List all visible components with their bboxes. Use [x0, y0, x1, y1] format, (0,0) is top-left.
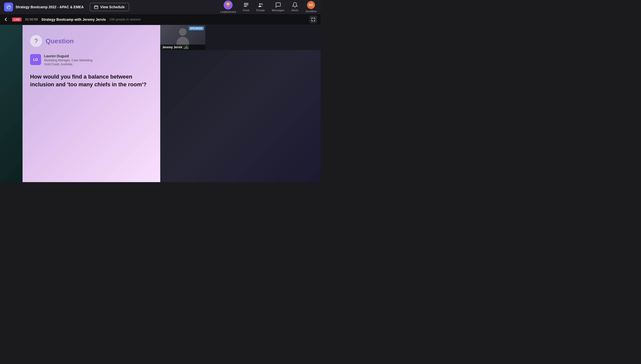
nav-item-alerts[interactable]: Alerts	[291, 2, 298, 12]
leaderboard-icon: 🏆	[224, 1, 233, 10]
asker-name: Lauren Duguid	[44, 54, 92, 58]
nav-item-people[interactable]: People	[256, 2, 265, 12]
back-button[interactable]	[4, 17, 9, 22]
question-text: How would you find a balance between inc…	[30, 73, 153, 89]
speaker-video: SPEAKER Jeremy Jervis	[160, 25, 205, 50]
top-nav: Strategy Bootcamp 2022 - APAC & EMEA Vie…	[0, 0, 320, 14]
slide-area: ? Question LD Lauren Duguid Marketing Ma…	[23, 25, 160, 182]
asker-info: Lauren Duguid Marketing Manager, Cake Ma…	[44, 54, 92, 66]
view-schedule-button[interactable]: View Schedule	[90, 3, 129, 11]
right-dark-area	[160, 50, 320, 182]
nav-item-messages[interactable]: Messages	[272, 2, 284, 12]
messages-label: Messages	[272, 9, 284, 12]
app-logo	[4, 3, 13, 12]
alerts-icon	[292, 2, 298, 8]
question-icon: ?	[30, 35, 42, 47]
left-background	[0, 25, 23, 182]
asker-role: Marketing Manager, Cake Marketing	[44, 59, 92, 62]
svg-point-8	[259, 3, 261, 5]
speaker-badge: SPEAKER	[189, 27, 204, 30]
nav-item-feed[interactable]: Feed	[243, 2, 249, 12]
people-icon	[258, 2, 264, 8]
messages-icon	[275, 2, 281, 8]
main-area: ? Question LD Lauren Duguid Marketing Ma…	[0, 25, 320, 182]
feed-icon	[243, 2, 249, 8]
people-label: People	[256, 9, 265, 12]
expand-button[interactable]	[309, 16, 317, 23]
feed-label: Feed	[243, 9, 249, 12]
asker-row: LD Lauren Duguid Marketing Manager, Cake…	[30, 54, 153, 66]
svg-rect-0	[4, 3, 13, 12]
svg-rect-7	[244, 6, 247, 7]
svg-rect-5	[244, 3, 248, 4]
question-label: Question	[46, 37, 74, 45]
speaker-name-bar: Jeremy Jervis	[160, 45, 205, 50]
asker-location: Gold Coast, Australia	[44, 63, 92, 66]
speaker-name: Jeremy Jervis	[162, 46, 182, 49]
asker-avatar: LD	[30, 54, 41, 65]
audio-bars	[184, 46, 188, 49]
view-schedule-label: View Schedule	[100, 5, 125, 9]
svg-rect-1	[94, 6, 98, 9]
session-bar: LIVE 01:00:59 Strategy Bootcamp with Jer…	[0, 14, 320, 25]
alerts-label: Alerts	[291, 9, 298, 12]
question-header: ? Question	[30, 35, 153, 47]
nav-item-user[interactable]: SG Sumithra	[305, 1, 316, 13]
user-avatar: SG	[307, 1, 315, 9]
live-badge: LIVE	[12, 18, 22, 22]
app-title: Strategy Bootcamp 2022 - APAC & EMEA	[16, 5, 84, 9]
calendar-icon	[94, 5, 98, 9]
user-name-label: Sumithra	[305, 10, 316, 13]
session-people-count: 188 people in session	[109, 18, 141, 21]
right-panel: SPEAKER Jeremy Jervis	[160, 25, 320, 182]
leaderboard-label: Leaderboard	[220, 10, 236, 13]
session-title: Strategy Bootcamp with Jeremy Jervis	[41, 18, 106, 22]
nav-right: 🏆 Leaderboard Feed	[220, 1, 316, 13]
svg-point-9	[261, 4, 262, 5]
session-timer: 01:00:59	[25, 18, 38, 21]
speaker-silhouette	[177, 28, 189, 47]
svg-rect-6	[244, 5, 248, 5]
logo-area: Strategy Bootcamp 2022 - APAC & EMEA	[4, 3, 84, 12]
nav-item-leaderboard[interactable]: 🏆 Leaderboard	[220, 1, 236, 13]
